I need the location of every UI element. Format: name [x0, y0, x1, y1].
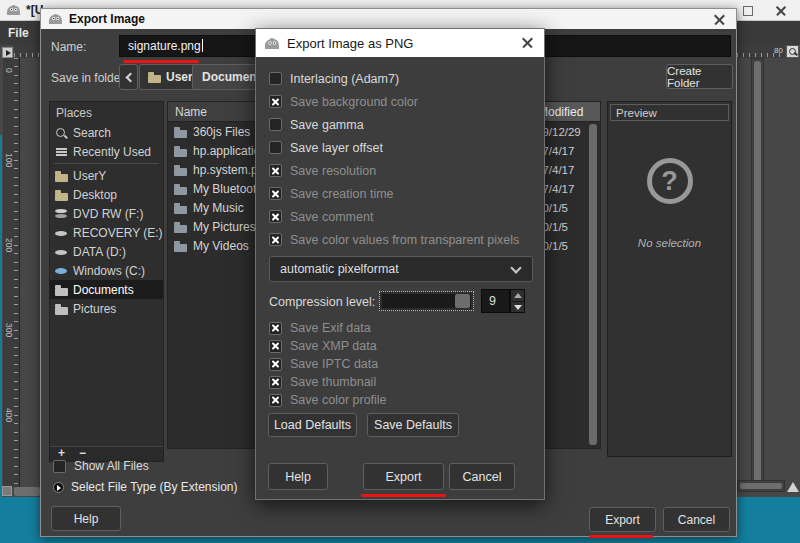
- png-option-row[interactable]: Save gamma: [269, 113, 536, 136]
- slider-handle[interactable]: [455, 294, 470, 308]
- place-item[interactable]: Recently Used: [50, 142, 163, 161]
- option-label: Save XMP data: [290, 339, 377, 353]
- help-button[interactable]: Help: [268, 463, 328, 490]
- png-option-row[interactable]: Save XMP data: [269, 337, 536, 355]
- place-item[interactable]: DVD RW (F:): [50, 204, 163, 223]
- export-button[interactable]: Export: [363, 463, 444, 490]
- breadcrumb-back-button[interactable]: [119, 64, 138, 90]
- horizontal-scrollbar-right[interactable]: [737, 480, 785, 492]
- export-button[interactable]: Export: [589, 507, 656, 532]
- ruler-label: 0: [4, 68, 14, 73]
- compression-spinbox[interactable]: 9: [481, 289, 510, 313]
- select-file-type-expander[interactable]: Select File Type (By Extension): [53, 480, 238, 494]
- horizontal-scrollbar-left[interactable]: [14, 487, 40, 496]
- quick-mask-button[interactable]: [2, 486, 12, 496]
- checkbox[interactable]: [269, 164, 282, 177]
- pixelformat-dropdown[interactable]: automatic pixelformat: [269, 256, 533, 282]
- save-defaults-button[interactable]: Save Defaults: [367, 413, 459, 437]
- place-item-label: Windows (C:): [73, 264, 145, 278]
- file-list-scrollbar[interactable]: [589, 124, 597, 445]
- show-all-files-row[interactable]: Show All Files: [53, 459, 149, 473]
- load-defaults-button[interactable]: Load Defaults: [268, 413, 357, 437]
- export-dialog-titlebar[interactable]: Export Image: [41, 9, 736, 29]
- folder-icon: [174, 149, 187, 157]
- maximize-icon[interactable]: [743, 6, 753, 16]
- close-icon[interactable]: [521, 36, 534, 49]
- checkbox[interactable]: [269, 141, 282, 154]
- spin-up-icon[interactable]: [511, 290, 524, 301]
- option-label: Save resolution: [290, 164, 376, 178]
- place-item[interactable]: Windows (C:): [50, 261, 163, 280]
- checkbox[interactable]: [269, 72, 282, 85]
- checkbox[interactable]: [269, 394, 282, 407]
- place-item[interactable]: UserY: [50, 166, 163, 185]
- spin-down-icon[interactable]: [511, 301, 524, 312]
- place-item[interactable]: Documents: [50, 280, 163, 299]
- checkbox[interactable]: [269, 118, 282, 131]
- place-item[interactable]: Search: [50, 123, 163, 142]
- ruler-label: 80: [774, 46, 783, 55]
- png-option-row[interactable]: Save color values from transparent pixel…: [269, 228, 536, 251]
- place-item[interactable]: RECOVERY (E:): [50, 223, 163, 242]
- expander-arrow-icon[interactable]: [53, 482, 64, 493]
- png-option-row[interactable]: Save color profile: [269, 391, 536, 409]
- cancel-label: Cancel: [678, 513, 715, 527]
- navigation-arrow-icon[interactable]: [787, 482, 799, 492]
- preview-header: Preview: [610, 104, 729, 121]
- search-icon: [55, 127, 68, 139]
- checkbox[interactable]: [269, 95, 282, 108]
- cancel-button[interactable]: Cancel: [663, 507, 730, 532]
- place-item-label: DATA (D:): [73, 245, 126, 259]
- main-window-title: *[U: [6, 3, 43, 17]
- name-label: Name:: [51, 40, 86, 54]
- scrollbar-thumb[interactable]: [740, 483, 782, 489]
- horizontal-ruler-left: [14, 45, 40, 58]
- png-dialog-titlebar[interactable]: Export Image as PNG: [256, 29, 544, 57]
- folder-gray-icon: [55, 288, 68, 296]
- checkbox[interactable]: [269, 233, 282, 246]
- ruler-corner-button[interactable]: [2, 47, 13, 58]
- option-label: Save creation time: [290, 187, 394, 201]
- place-item[interactable]: Desktop: [50, 185, 163, 204]
- png-option-row[interactable]: Save background color: [269, 90, 536, 113]
- compression-label: Compression level:: [269, 295, 375, 309]
- png-option-row[interactable]: Save IPTC data: [269, 355, 536, 373]
- create-folder-button[interactable]: Create Folder: [666, 64, 733, 89]
- png-option-row[interactable]: Interlacing (Adam7): [269, 67, 536, 90]
- zoom-tool-icon[interactable]: [786, 45, 799, 58]
- place-item[interactable]: DATA (D:): [50, 242, 163, 261]
- select-file-type-label: Select File Type (By Extension): [71, 480, 238, 494]
- cancel-button[interactable]: Cancel: [449, 463, 515, 490]
- vertical-scrollbar[interactable]: [751, 58, 764, 488]
- compression-slider[interactable]: [379, 291, 474, 311]
- checkbox[interactable]: [269, 358, 282, 371]
- png-export-dialog: Export Image as PNG Interlacing (Adam7)S…: [255, 28, 545, 500]
- option-label: Save color values from transparent pixel…: [290, 233, 519, 247]
- checkbox[interactable]: [269, 187, 282, 200]
- png-option-row[interactable]: Save creation time: [269, 182, 536, 205]
- help-button[interactable]: Help: [51, 506, 121, 531]
- png-option-row[interactable]: Save comment: [269, 205, 536, 228]
- menu-item-file[interactable]: File: [8, 26, 29, 45]
- png-option-row[interactable]: Save thumbnail: [269, 373, 536, 391]
- show-all-files-label: Show All Files: [74, 459, 149, 473]
- annotation-underline-png-export: [361, 494, 446, 497]
- show-all-files-checkbox[interactable]: [53, 460, 66, 473]
- filename-value: signature.png: [128, 39, 201, 53]
- folder-icon: [55, 193, 68, 201]
- option-label: Save background color: [290, 95, 418, 109]
- scrollbar-thumb[interactable]: [754, 61, 761, 484]
- spinner-buttons: [510, 289, 525, 313]
- checkbox[interactable]: [269, 376, 282, 389]
- png-option-row[interactable]: Save layer offset: [269, 136, 536, 159]
- close-icon[interactable]: [713, 13, 726, 26]
- png-option-row[interactable]: Save Exif data: [269, 319, 536, 337]
- windows-drive-icon: [55, 265, 68, 277]
- png-option-row[interactable]: Save resolution: [269, 159, 536, 182]
- close-icon[interactable]: [775, 4, 787, 16]
- checkbox[interactable]: [269, 340, 282, 353]
- place-item[interactable]: Pictures: [50, 299, 163, 318]
- place-item-label: Documents: [73, 283, 134, 297]
- checkbox[interactable]: [269, 322, 282, 335]
- checkbox[interactable]: [269, 210, 282, 223]
